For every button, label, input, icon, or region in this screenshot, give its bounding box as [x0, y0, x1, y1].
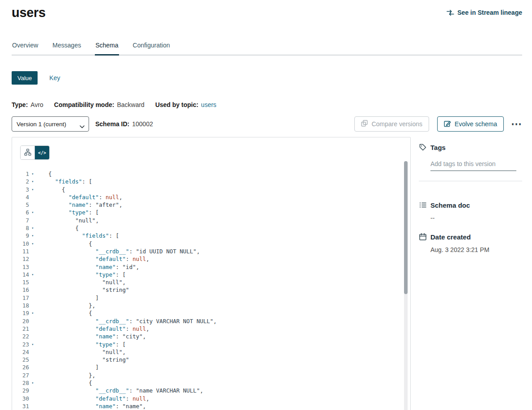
- schema-id: Schema ID: 100002: [95, 120, 153, 128]
- line-number: 4: [12, 193, 29, 201]
- code-text: "null",: [36, 278, 126, 286]
- code-lines: 1▾{2▾ "fields": [3▾ {4 "default": null,5…: [12, 170, 410, 410]
- code-text: "__crdb__": "city VARCHAR NOT NULL",: [36, 317, 217, 325]
- tags-heading: Tags: [419, 143, 522, 151]
- line-number: 30: [12, 395, 29, 402]
- schema-part-toggle: Value Key: [12, 71, 520, 85]
- fold-toggle-icon[interactable]: ▾: [29, 224, 36, 232]
- version-select[interactable]: Version 1 (current): [12, 116, 89, 132]
- editor-scrollbar-thumb[interactable]: [404, 161, 408, 294]
- type-value: Avro: [30, 101, 43, 108]
- code-view-icon: </>: [38, 150, 46, 155]
- date-created-title: Date created: [430, 233, 471, 241]
- line-number: 14: [12, 271, 29, 278]
- edit-icon: [444, 120, 451, 128]
- code-line: 20 "__crdb__": "city VARCHAR NOT NULL",: [12, 317, 410, 325]
- code-text: {: [36, 224, 79, 232]
- line-number: 16: [12, 286, 29, 294]
- line-number: 24: [12, 348, 29, 356]
- fold-toggle-icon[interactable]: ▾: [29, 232, 36, 239]
- fold-toggle-icon[interactable]: ▾: [29, 379, 36, 387]
- add-tags-input[interactable]: [430, 159, 516, 171]
- editor-scrollbar-track[interactable]: [404, 161, 408, 410]
- more-options-button[interactable]: ⋯: [511, 120, 522, 128]
- code-line: 5 "name": "after",: [12, 201, 410, 209]
- line-number: 20: [12, 317, 29, 325]
- tab-overview[interactable]: Overview: [12, 34, 38, 55]
- code-text: "fields": [: [36, 232, 119, 239]
- code-text: },: [36, 372, 95, 379]
- code-line: 7 "null",: [12, 217, 410, 224]
- tag-icon: [419, 143, 427, 151]
- calendar-icon: [419, 233, 427, 241]
- fold-gutter-spacer: [29, 333, 36, 340]
- line-number: 28: [12, 379, 29, 387]
- compare-versions-button[interactable]: Compare versions: [354, 116, 429, 132]
- fold-gutter-spacer: [29, 372, 36, 379]
- fold-gutter-spacer: [29, 286, 36, 294]
- fold-gutter-spacer: [29, 217, 36, 224]
- code-line: 13 "name": "id",: [12, 263, 410, 271]
- schema-sidebar: Tags Schema doc --: [419, 137, 522, 253]
- code-text: {: [36, 170, 52, 178]
- code-line: 2▾ "fields": [: [12, 178, 410, 185]
- line-number: 19: [12, 309, 29, 317]
- fold-toggle-icon[interactable]: ▾: [29, 170, 36, 178]
- sidebar-divider: [419, 181, 522, 181]
- code-line: 30 "default": null,: [12, 395, 410, 402]
- fold-gutter-spacer: [29, 263, 36, 271]
- code-line: 29 "__crdb__": "name VARCHAR NULL",: [12, 387, 410, 394]
- fold-toggle-icon[interactable]: ▾: [29, 309, 36, 317]
- page-title: users: [12, 5, 46, 20]
- code-view-button[interactable]: </>: [35, 146, 49, 159]
- fold-toggle-icon[interactable]: ▾: [29, 240, 36, 248]
- line-number: 27: [12, 372, 29, 379]
- type-label: Type:: [12, 101, 28, 108]
- date-created-section: Date created Aug. 3 2022 3:21 PM: [419, 233, 522, 253]
- code-text: "null",: [36, 217, 99, 224]
- schema-editor-panel: </> 1▾{2▾ "fields": [3▾ {4 "default": nu…: [12, 137, 411, 410]
- code-text: "name": "after",: [36, 201, 123, 209]
- tab-messages[interactable]: Messages: [52, 34, 81, 55]
- code-text: "null",: [36, 348, 126, 356]
- code-line: 25 "string": [12, 356, 410, 363]
- date-created-value: Aug. 3 2022 3:21 PM: [430, 246, 522, 253]
- code-line: 24 "null",: [12, 348, 410, 356]
- code-line: 18 },: [12, 302, 410, 309]
- code-line: 1▾{: [12, 170, 410, 178]
- code-line: 12 "default": null,: [12, 255, 410, 263]
- fold-toggle-icon[interactable]: ▾: [29, 271, 36, 278]
- used-by-topic: Used by topic: users: [155, 101, 217, 108]
- schema-action-row: Version 1 (current) Schema ID: 100002 Co…: [12, 116, 522, 132]
- fold-gutter-spacer: [29, 363, 36, 371]
- tree-view-button[interactable]: [21, 146, 35, 159]
- fold-toggle-icon[interactable]: ▾: [29, 341, 36, 348]
- line-number: 7: [12, 217, 29, 224]
- code-line: 4 "default": null,: [12, 193, 410, 201]
- tab-schema[interactable]: Schema: [95, 34, 119, 55]
- schema-doc-section: Schema doc --: [419, 201, 522, 222]
- code-line: 23▾ "type": [: [12, 341, 410, 348]
- code-text: ]: [36, 363, 99, 371]
- code-text: "type": [: [36, 271, 126, 278]
- stream-lineage-link[interactable]: See in Stream lineage: [447, 9, 522, 16]
- fold-toggle-icon[interactable]: ▾: [29, 186, 36, 193]
- tab-configuration[interactable]: Configuration: [132, 34, 170, 55]
- line-number: 13: [12, 263, 29, 271]
- line-number: 1: [12, 170, 29, 178]
- key-toggle-button[interactable]: Key: [49, 74, 60, 81]
- code-line: 21 "default": null,: [12, 325, 410, 333]
- evolve-schema-button[interactable]: Evolve schema: [437, 116, 504, 132]
- fold-toggle-icon[interactable]: ▾: [29, 209, 36, 216]
- schema-id-value: 100002: [132, 120, 153, 128]
- line-number: 22: [12, 333, 29, 340]
- value-toggle-button[interactable]: Value: [12, 71, 38, 85]
- code-line: 17 ]: [12, 294, 410, 302]
- topic-link[interactable]: users: [201, 101, 216, 108]
- fold-gutter-spacer: [29, 395, 36, 402]
- fold-gutter-spacer: [29, 348, 36, 356]
- fold-toggle-icon[interactable]: ▾: [29, 178, 36, 185]
- fold-gutter-spacer: [29, 201, 36, 209]
- code-text: "string": [36, 356, 129, 363]
- line-number: 18: [12, 302, 29, 309]
